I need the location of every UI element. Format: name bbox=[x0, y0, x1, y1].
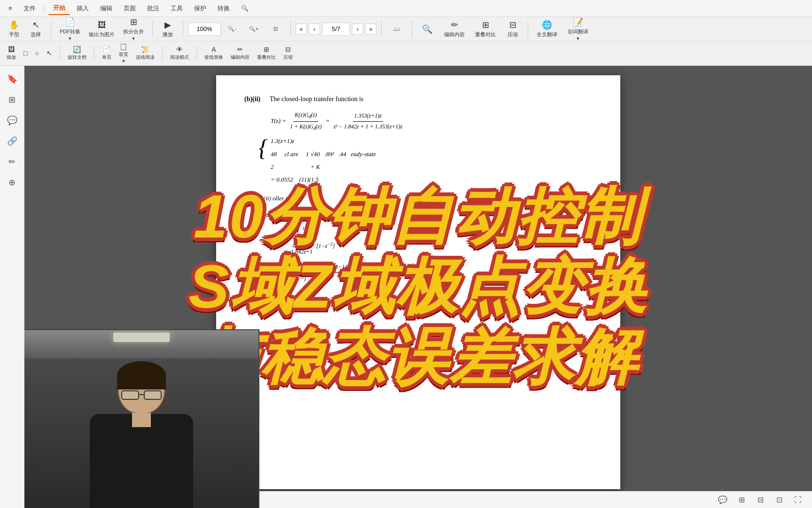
light-fixture bbox=[113, 333, 170, 342]
rotate-doc-btn[interactable]: 🔄 旋转文档 bbox=[65, 44, 89, 62]
last-page-btn[interactable]: » bbox=[365, 24, 376, 35]
next-page-btn[interactable]: › bbox=[352, 24, 363, 35]
compare2-btn[interactable]: ⊞ 重叠对比 bbox=[254, 44, 279, 62]
fraction-3: z−1 0.123 z+1 z²−1.842z+1 [1−z−2] bbox=[265, 224, 336, 257]
sep-3 bbox=[183, 21, 183, 38]
sidebar-signature-btn[interactable]: ✏ bbox=[4, 153, 21, 170]
menu-edit[interactable]: 编辑 bbox=[95, 2, 117, 15]
person-hair bbox=[117, 361, 166, 389]
edit-content-btn[interactable]: ✏ 编辑内容 bbox=[440, 18, 468, 40]
first-page-btn[interactable]: « bbox=[296, 24, 307, 35]
eq-1: { bbox=[258, 267, 261, 278]
pdf-content: (b)(ii) The closed-loop transfer functio… bbox=[244, 94, 592, 284]
play-icon: ▶ bbox=[164, 20, 171, 30]
formula-line9-10: = 0.0552 (11)(1.5 bbox=[271, 174, 405, 185]
sidebar-bookmark-btn[interactable]: 🔖 bbox=[4, 71, 21, 87]
arrow-btn[interactable]: ↖ bbox=[44, 48, 55, 58]
fraction-5: 8.13−14.98z−1+8.13z−2 z+1−z−1−z−2 bbox=[327, 261, 385, 284]
pdf-convert-btn[interactable]: 📄 PDF转换 ▼ bbox=[56, 15, 84, 43]
menu-search-btn[interactable]: 🔍 bbox=[236, 3, 253, 14]
menu-icon[interactable]: ≡ bbox=[4, 3, 17, 14]
hand-tool-label: 手型 bbox=[9, 31, 19, 38]
zoom-out-btn[interactable]: 🔍- bbox=[222, 24, 242, 34]
sidebar-thumbnail-btn[interactable]: ⊞ bbox=[4, 91, 21, 108]
replace-font-btn[interactable]: A 套线替换 bbox=[202, 44, 226, 62]
formula-frac1-row: = z−1 0.123 z+1 z²−1.842z+1 bbox=[258, 224, 462, 257]
sep-r2-4 bbox=[196, 46, 197, 60]
sep-r2-2 bbox=[94, 46, 94, 60]
fraction-2: 1.353(z+1)z z² − 1.842z + 1 + 1.353(z+1)… bbox=[332, 111, 404, 132]
section-bii: b)(ii) oller i bbox=[258, 193, 592, 204]
single-page-btn[interactable]: 📄 单页 bbox=[99, 44, 114, 62]
hand-tool-btn[interactable]: ✋ 手型 bbox=[4, 18, 24, 40]
status-layout1-icon[interactable]: ⊞ bbox=[735, 493, 748, 507]
prev-page-btn[interactable]: ‹ bbox=[309, 24, 320, 35]
continuous-btn[interactable]: 📜 连续阅读 bbox=[133, 44, 157, 62]
menu-file[interactable]: 文件 bbox=[19, 2, 40, 15]
zoom-input[interactable] bbox=[188, 23, 221, 36]
para-translate-icon: 📝 bbox=[573, 17, 583, 27]
fit-btn[interactable]: ⊡ bbox=[265, 24, 286, 34]
circle-icon: ○ bbox=[35, 49, 39, 57]
rotate-icon: 🔄 bbox=[73, 46, 81, 53]
book-mode-btn[interactable]: 📖 bbox=[386, 24, 407, 34]
play-btn[interactable]: ▶ 播放 bbox=[157, 18, 178, 40]
menu-page[interactable]: 页面 bbox=[119, 2, 141, 15]
menu-tools[interactable]: 工具 bbox=[166, 2, 187, 15]
compress-btn[interactable]: ⊟ 压缩 bbox=[502, 18, 523, 40]
export-icon: 🖼 bbox=[98, 20, 106, 30]
menu-insert[interactable]: 插入 bbox=[72, 2, 94, 15]
sep-5 bbox=[381, 21, 382, 38]
status-comment-icon[interactable]: 💬 bbox=[716, 493, 729, 507]
status-fullscreen-icon[interactable]: ⛶ bbox=[791, 493, 804, 507]
page-input[interactable] bbox=[322, 23, 350, 36]
fraction-inner: z+1 z²−1.842z+1 bbox=[282, 236, 314, 257]
compare-icon: ⊞ bbox=[482, 20, 489, 30]
insert-img-icon: 🖼 bbox=[8, 46, 15, 53]
formula-Gd-label: G_d(z)[1-T(z)] bbox=[258, 209, 462, 220]
search-tool-btn[interactable]: 🔍 bbox=[417, 22, 437, 36]
formula-line6-8: 2 + K bbox=[271, 161, 405, 172]
split-merge-btn[interactable]: ⊞ 拆分合并 ▼ bbox=[119, 15, 148, 43]
sep-6 bbox=[412, 21, 412, 38]
double-page-icon: 📋 bbox=[119, 43, 127, 50]
sidebar-attachment-btn[interactable]: 🔗 bbox=[4, 133, 21, 150]
sep-1 bbox=[51, 21, 51, 38]
zoom-in-btn[interactable]: 🔍+ bbox=[243, 24, 264, 34]
sidebar-comment-btn[interactable]: 💬 bbox=[4, 112, 21, 129]
formula-block: { T(z) = K(z)Gd(z) 1 + K(z)Gd(z) = bbox=[258, 110, 592, 284]
sidebar-layers-btn[interactable]: ⊕ bbox=[4, 174, 21, 191]
book-icon: 📖 bbox=[393, 26, 400, 32]
formula-T: T(z) = K(z)Gd(z) 1 + K(z)Gd(z) = 1.353(z… bbox=[271, 110, 405, 133]
menu-convert[interactable]: 转换 bbox=[213, 2, 234, 15]
status-layout2-icon[interactable]: ⊟ bbox=[754, 493, 767, 507]
compress-label: 压缩 bbox=[508, 31, 518, 38]
brace-open: { bbox=[258, 136, 268, 159]
pdf-convert-label: PDF转换 bbox=[60, 28, 80, 35]
full-translate-label: 全文翻译 bbox=[537, 31, 557, 38]
split-merge-label: 拆分合并 bbox=[123, 28, 144, 35]
menu-start[interactable]: 开始 bbox=[48, 2, 70, 15]
edit-content2-btn[interactable]: ✏ 编辑内容 bbox=[228, 44, 252, 62]
status-layout3-icon[interactable]: ⊡ bbox=[773, 493, 786, 507]
menu-protect[interactable]: 保护 bbox=[189, 2, 211, 15]
full-translate-btn[interactable]: 🌐 全文翻译 bbox=[533, 18, 561, 40]
export-image-btn[interactable]: 🖼 输出为图片 bbox=[85, 18, 118, 40]
insert-img-btn[interactable]: 🖼 插放 bbox=[4, 44, 19, 62]
edit2-icon: ✏ bbox=[237, 46, 243, 53]
rect-btn[interactable]: □ bbox=[21, 48, 30, 58]
circle-btn[interactable]: ○ bbox=[32, 48, 41, 58]
compress2-btn[interactable]: ⊟ 压缩 bbox=[281, 44, 296, 62]
para-translate-btn[interactable]: 📝 划词翻译 ▼ bbox=[564, 15, 592, 43]
read-mode-icon: 👁 bbox=[176, 46, 183, 53]
export-image-label: 输出为图片 bbox=[89, 31, 115, 38]
double-page-btn[interactable]: 📋 双页 ▼ bbox=[116, 41, 131, 65]
para-translate-label: 划词翻译 bbox=[568, 28, 588, 35]
menu-sep-1 bbox=[44, 4, 45, 13]
select-tool-btn[interactable]: ↖ 选择 bbox=[25, 18, 46, 40]
read-mode-btn[interactable]: 👁 阅读模式 bbox=[167, 44, 192, 62]
compare-btn[interactable]: ⊞ 重叠对比 bbox=[471, 18, 500, 40]
pdf-icon: 📄 bbox=[65, 17, 75, 27]
double-page-dropdown: ▼ bbox=[121, 59, 125, 64]
menu-annotate[interactable]: 批注 bbox=[142, 2, 164, 15]
